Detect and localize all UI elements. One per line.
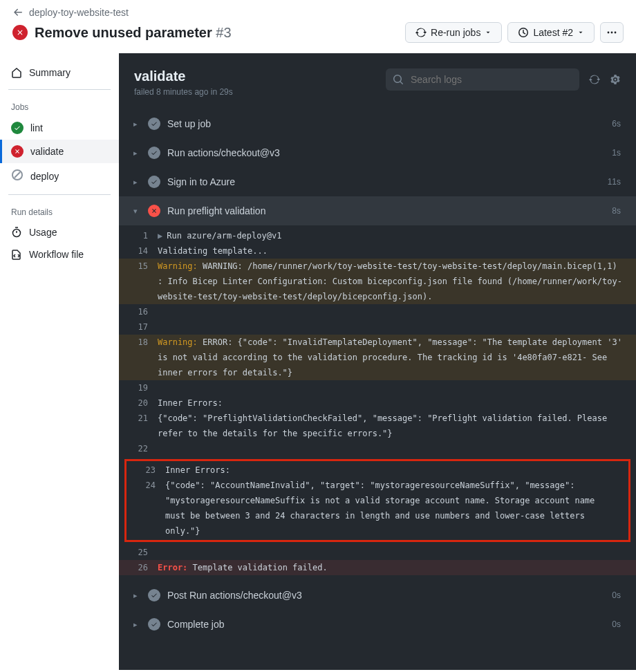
- step-label: Complete job: [167, 619, 225, 630]
- sidebar-item-label: deploy: [30, 171, 59, 182]
- back-link[interactable]: deploy-toy-website-test: [12, 7, 624, 18]
- job-subtitle: failed 8 minutes ago in 29s: [134, 87, 233, 97]
- step-row[interactable]: ▸Post Run actions/checkout@v30s: [119, 581, 636, 610]
- step-row[interactable]: ▸Set up job6s: [119, 109, 636, 138]
- log-line: 18Warning: ERROR: {"code": "InvalidTempl…: [119, 335, 636, 380]
- sidebar-item-label: lint: [30, 122, 43, 133]
- back-label: deploy-toy-website-test: [29, 7, 129, 18]
- fail-icon: [12, 25, 28, 40]
- home-icon: [11, 67, 22, 78]
- sidebar-item-label: Summary: [29, 67, 71, 78]
- log-line: 17: [119, 319, 636, 335]
- sidebar-job-deploy[interactable]: deploy: [0, 163, 119, 189]
- sync-icon: [415, 27, 427, 38]
- step-row[interactable]: ▾Run preflight validation8s: [119, 196, 636, 225]
- chevron-right-icon: ▸: [130, 620, 141, 629]
- job-log-panel: validate failed 8 minutes ago in 29s ▸Se…: [119, 53, 636, 670]
- log-line: 20Inner Errors:: [119, 395, 636, 411]
- svg-point-1: [611, 32, 613, 34]
- step-label: Set up job: [167, 118, 211, 129]
- chevron-down-icon: ▾: [130, 207, 141, 216]
- stopwatch-icon: [11, 227, 22, 238]
- log-line: 14Validating template...: [119, 243, 636, 259]
- caret-down-icon: [485, 29, 492, 36]
- jobs-heading: Jobs: [0, 95, 119, 116]
- step-duration: 8s: [612, 206, 621, 216]
- step-duration: 0s: [612, 590, 621, 600]
- history-icon: [518, 27, 529, 38]
- step-label: Run actions/checkout@v3: [167, 147, 280, 158]
- svg-point-2: [615, 32, 617, 34]
- chevron-right-icon: ▸: [130, 178, 141, 187]
- kebab-button[interactable]: [600, 22, 624, 43]
- step-row[interactable]: ▸Complete job0s: [119, 610, 636, 639]
- arrow-left-icon: [12, 7, 24, 18]
- log-line: 15Warning: WARNING: /home/runner/work/to…: [119, 259, 636, 304]
- log-line: 25: [119, 545, 636, 560]
- chevron-right-icon: ▸: [130, 591, 141, 600]
- step-label: Sign in to Azure: [167, 176, 235, 187]
- page-header: deploy-toy-website-test Remove unused pa…: [0, 0, 636, 53]
- sidebar-job-validate[interactable]: validate: [0, 140, 119, 163]
- sidebar-job-lint[interactable]: lint: [0, 116, 119, 140]
- log-line: 1▶Run azure/arm-deploy@v1: [119, 228, 636, 243]
- error-highlight: 23Inner Errors:24{"code": "AccountNameIn…: [124, 459, 630, 542]
- step-duration: 11s: [608, 177, 621, 187]
- check-circle-icon: [148, 618, 160, 631]
- check-circle-icon: [148, 118, 160, 130]
- sidebar-item-label: Usage: [29, 227, 57, 238]
- step-row[interactable]: ▸Run actions/checkout@v31s: [119, 138, 636, 167]
- svg-point-0: [608, 32, 610, 34]
- chevron-right-icon: ▸: [130, 120, 141, 129]
- check-circle-icon: [148, 176, 160, 188]
- log-line: 24{"code": "AccountNameInvalid", "target…: [127, 478, 628, 539]
- log-line: 26Error: Template validation failed.: [119, 560, 636, 575]
- skip-icon: [11, 169, 24, 183]
- check-circle-icon: [148, 589, 160, 601]
- search-logs-input[interactable]: [386, 68, 579, 91]
- log-line: 23Inner Errors:: [127, 463, 628, 478]
- refresh-icon[interactable]: [589, 74, 600, 85]
- check-circle-icon: [148, 147, 160, 159]
- rerun-jobs-button[interactable]: Re-run jobs: [405, 22, 502, 43]
- log-line: 19: [119, 380, 636, 395]
- search-icon: [393, 74, 404, 85]
- page-title: Remove unused parameter #3: [35, 25, 232, 41]
- sidebar-item-label: validate: [30, 146, 64, 157]
- sidebar-summary[interactable]: Summary: [0, 62, 119, 84]
- sidebar-usage[interactable]: Usage: [0, 221, 119, 243]
- step-duration: 1s: [612, 148, 621, 158]
- log-line: 16: [119, 304, 636, 319]
- sidebar-workflow-file[interactable]: Workflow file: [0, 243, 119, 265]
- step-label: Post Run actions/checkout@v3: [167, 590, 302, 601]
- caret-down-icon: [577, 29, 584, 36]
- check-icon: [11, 122, 24, 134]
- x-icon: [11, 145, 24, 158]
- step-duration: 6s: [612, 119, 621, 129]
- sidebar-item-label: Workflow file: [29, 249, 84, 260]
- chevron-right-icon: ▸: [130, 149, 141, 158]
- log-output: 1▶Run azure/arm-deploy@v114Validating te…: [119, 225, 636, 581]
- kebab-icon: [606, 27, 617, 38]
- svg-line-4: [15, 172, 20, 178]
- file-icon: [11, 249, 22, 260]
- job-title: validate: [134, 68, 233, 84]
- step-duration: 0s: [612, 619, 621, 629]
- latest-run-button[interactable]: Latest #2: [507, 22, 595, 43]
- run-details-heading: Run details: [0, 200, 119, 221]
- sidebar: Summary Jobs lint validate deploy Run de…: [0, 53, 119, 670]
- step-label: Run preflight validation: [167, 205, 265, 216]
- gear-icon[interactable]: [610, 74, 621, 85]
- step-row[interactable]: ▸Sign in to Azure11s: [119, 167, 636, 196]
- log-line: 21{"code": "PreflightValidationCheckFail…: [119, 411, 636, 441]
- x-circle-icon: [148, 205, 160, 217]
- log-line: 22: [119, 441, 636, 456]
